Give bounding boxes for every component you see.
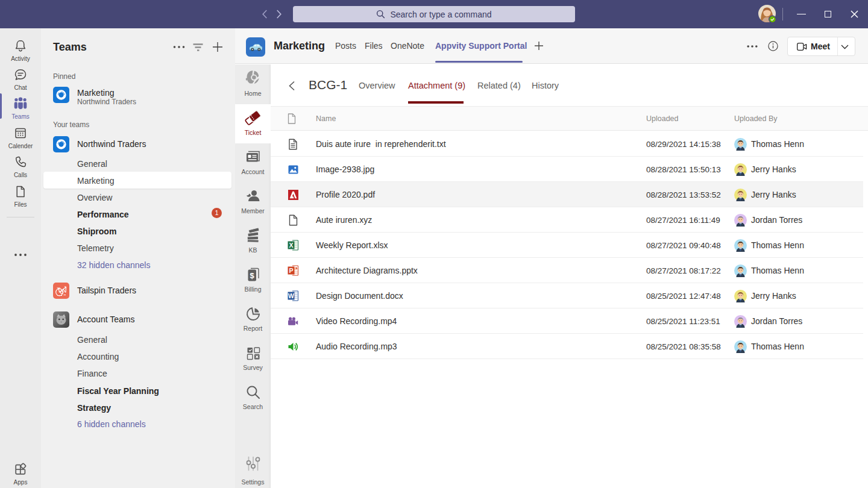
svg-text:W: W xyxy=(288,292,294,299)
svg-text:P: P xyxy=(289,267,293,274)
svg-text:$: $ xyxy=(250,271,254,280)
svg-text:X: X xyxy=(289,242,293,249)
